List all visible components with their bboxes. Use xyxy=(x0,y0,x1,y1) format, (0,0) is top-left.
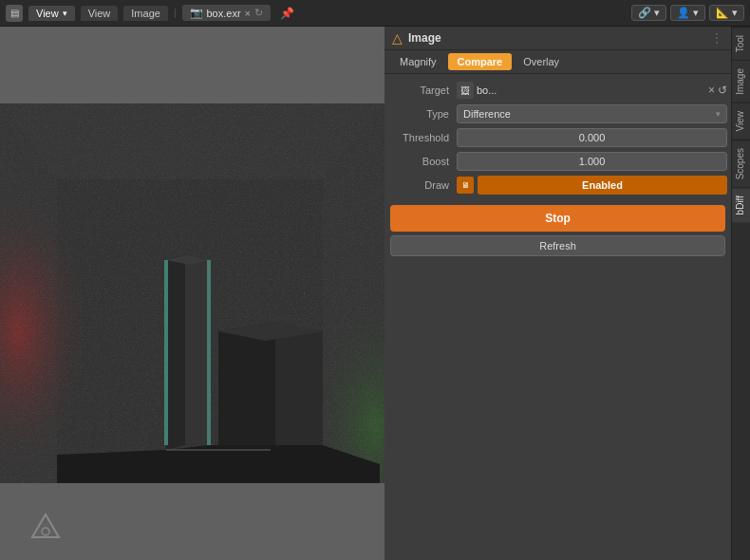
svg-point-29 xyxy=(42,528,49,535)
svg-rect-23 xyxy=(142,293,143,294)
pin-icon[interactable]: 📌 xyxy=(280,7,294,20)
header-separator: | xyxy=(174,8,177,18)
side-tabs: Tool Image View Scopes bDiff xyxy=(731,27,750,560)
draw-enabled-button[interactable]: Enabled xyxy=(478,176,727,195)
target-prop-row: Target 🖼 bo... × ↺ xyxy=(388,80,727,101)
threshold-label: Threshold xyxy=(388,132,453,143)
layout-dropdown[interactable]: 📐▾ xyxy=(709,5,744,21)
type-select[interactable]: Difference ▾ xyxy=(457,104,727,123)
refresh-button[interactable]: Refresh xyxy=(390,235,725,256)
type-select-arrow: ▾ xyxy=(716,109,721,119)
menu-image[interactable]: Image xyxy=(123,6,168,21)
menu-view2[interactable]: View xyxy=(81,6,119,21)
side-tab-tool[interactable]: Tool xyxy=(732,27,750,60)
type-value: Difference xyxy=(463,108,511,120)
viewport-shading-dropdown[interactable]: 🔗▾ xyxy=(631,5,666,21)
canvas-area xyxy=(0,27,384,560)
svg-rect-19 xyxy=(76,189,77,190)
blender-logo xyxy=(28,511,63,545)
target-refresh-button[interactable]: ↺ xyxy=(718,84,727,97)
tab-magnify[interactable]: Magnify xyxy=(390,53,446,70)
compare-tabs-row: Magnify Compare Overlay xyxy=(384,50,731,74)
filename-label: box.exr xyxy=(207,8,241,19)
svg-rect-20 xyxy=(114,208,115,209)
main-layout: △ Image ⋮ Magnify Compare Overlay Target… xyxy=(0,27,750,560)
draw-label: Draw xyxy=(388,179,453,191)
stop-button[interactable]: Stop xyxy=(390,205,725,232)
property-rows: Target 🖼 bo... × ↺ Type Difference ▾ xyxy=(384,74,731,201)
panel-header: △ Image ⋮ xyxy=(384,27,731,50)
target-label: Target xyxy=(388,84,453,96)
svg-rect-18 xyxy=(0,103,384,483)
threshold-input[interactable]: 0.000 xyxy=(457,128,727,147)
properties-panel: △ Image ⋮ Magnify Compare Overlay Target… xyxy=(384,27,731,560)
close-tab-button[interactable]: × xyxy=(245,8,251,19)
boost-input[interactable]: 1.000 xyxy=(457,152,727,171)
draw-icon-button[interactable]: 🖥 xyxy=(457,177,474,194)
filename-tab[interactable]: 📷 box.exr × ↻ xyxy=(182,5,272,21)
side-tab-bdiff[interactable]: bDiff xyxy=(732,187,750,222)
target-image-name: bo... xyxy=(477,84,705,96)
svg-rect-26 xyxy=(85,388,86,389)
sync-icon: ↻ xyxy=(254,7,263,19)
boost-prop-row: Boost 1.000 xyxy=(388,151,727,172)
svg-rect-21 xyxy=(190,194,191,195)
right-panel-area: △ Image ⋮ Magnify Compare Overlay Target… xyxy=(384,27,750,560)
type-label: Type xyxy=(388,108,453,120)
panel-menu-dots[interactable]: ⋮ xyxy=(710,30,723,46)
boost-label: Boost xyxy=(388,156,453,167)
scene-svg xyxy=(0,103,384,483)
svg-rect-24 xyxy=(237,274,238,275)
type-prop-row: Type Difference ▾ xyxy=(388,103,727,124)
tab-compare[interactable]: Compare xyxy=(448,53,513,70)
draw-value-row: 🖥 Enabled xyxy=(457,176,727,195)
image-panel-icon: △ xyxy=(392,30,403,46)
tab-overlay[interactable]: Overlay xyxy=(514,53,569,70)
header-right-controls: 🔗▾ 👤▾ 📐▾ xyxy=(631,5,744,21)
target-image-icon: 🖼 xyxy=(457,82,474,99)
rendered-image xyxy=(0,103,384,483)
user-dropdown[interactable]: 👤▾ xyxy=(670,5,705,21)
header-left-icon[interactable]: ▤ xyxy=(6,5,23,22)
side-tab-scopes[interactable]: Scopes xyxy=(732,140,750,187)
svg-rect-22 xyxy=(285,213,286,214)
svg-rect-25 xyxy=(304,293,305,294)
header-bar: ▤ View ▾ View Image | 📷 box.exr × ↻ 📌 🔗▾… xyxy=(0,0,750,27)
threshold-prop-row: Threshold 0.000 xyxy=(388,127,727,148)
side-tab-image[interactable]: Image xyxy=(732,60,750,103)
target-clear-button[interactable]: × xyxy=(708,84,715,97)
side-tab-view[interactable]: View xyxy=(732,103,750,140)
menu-view1[interactable]: View ▾ xyxy=(28,6,75,21)
image-viewport[interactable] xyxy=(0,27,384,560)
svg-marker-28 xyxy=(32,514,59,537)
target-value-row[interactable]: 🖼 bo... × ↺ xyxy=(457,82,727,99)
draw-prop-row: Draw 🖥 Enabled xyxy=(388,175,727,196)
svg-rect-27 xyxy=(332,369,333,370)
panel-title: Image xyxy=(408,31,704,45)
